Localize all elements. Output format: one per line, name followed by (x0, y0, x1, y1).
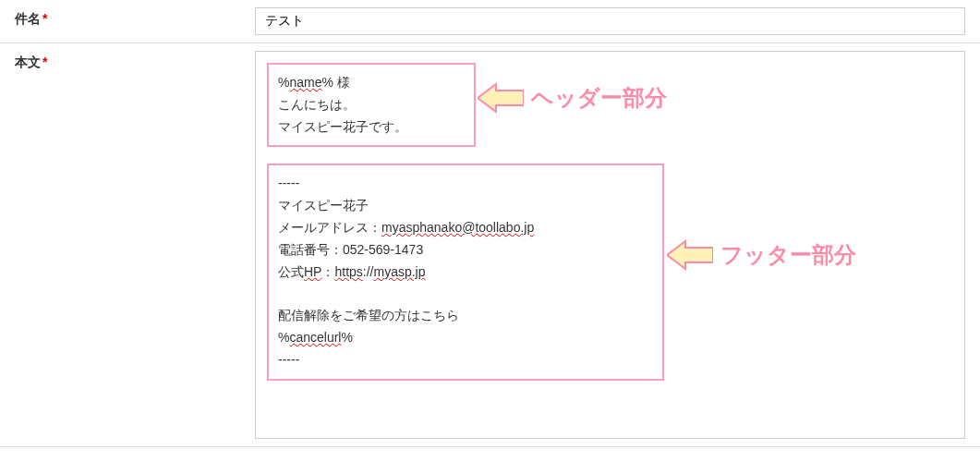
arrow-left-icon (667, 237, 713, 274)
footer-highlight-box: ----- マイスピー花子 メールアドレス：myasphanako@toolla… (267, 164, 664, 380)
subject-input[interactable] (255, 7, 965, 35)
required-mark: * (42, 11, 47, 26)
body-editor[interactable]: %name% 様 こんにちは。 マイスピー花子です。 ----- マイスピー花子… (255, 51, 965, 439)
subject-label: 件名* (0, 0, 240, 39)
required-mark: * (42, 55, 47, 69)
callout-header: ヘッダー部分 (478, 79, 667, 116)
body-label: 本文* (0, 43, 240, 82)
arrow-left-icon (478, 79, 524, 116)
header-highlight-box: %name% 様 こんにちは。 マイスピー花子です。 (267, 63, 476, 147)
callout-footer: フッター部分 (667, 237, 856, 274)
